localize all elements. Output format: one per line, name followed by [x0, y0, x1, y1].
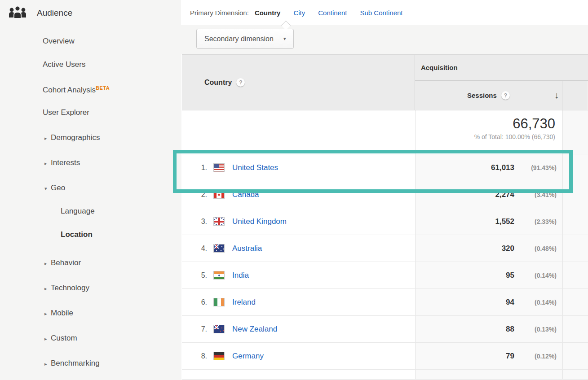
- location-table: Country ? Acquisition Sessions ? ↓ 66,73…: [181, 54, 588, 380]
- sidebar-item-label: Interests: [51, 158, 80, 167]
- row-rank: 5.: [195, 271, 207, 280]
- sessions-value: 95: [506, 271, 514, 280]
- sidebar-item-label: Custom: [51, 334, 77, 342]
- sidebar-item-label: Cohort Analysis: [43, 86, 96, 94]
- table-row: 2. Canada 2,274 (3.41%): [182, 181, 588, 208]
- country-link[interactable]: Canada: [232, 190, 259, 199]
- sessions-percent: (0.12%): [514, 353, 557, 360]
- sidebar-item-label: Location: [61, 230, 93, 239]
- acquisition-group-header: Acquisition: [415, 55, 588, 81]
- table-body: 1. United States 61,013 (91.43%) 2. Cana…: [182, 154, 588, 370]
- sidebar-item-demographics[interactable]: ▸Demographics: [0, 126, 181, 149]
- sidebar-item-label: Demographics: [51, 133, 100, 142]
- triangle-collapsed-icon: ▸: [44, 302, 51, 325]
- country-help-icon[interactable]: ?: [236, 78, 245, 87]
- next-column-header-partial: [562, 81, 588, 110]
- sessions-value: 1,552: [495, 217, 514, 226]
- sidebar-item-label: Active Users: [43, 60, 85, 69]
- country-link[interactable]: Ireland: [232, 298, 256, 307]
- country-link[interactable]: United Kingdom: [232, 217, 287, 226]
- sort-descending-icon[interactable]: ↓: [554, 90, 559, 100]
- sidebar-item-language[interactable]: Language: [0, 200, 181, 223]
- acquisition-header-label: Acquisition: [421, 64, 458, 71]
- sessions-percent: (0.14%): [514, 299, 557, 306]
- acquisition-header-group: Acquisition Sessions ? ↓: [415, 55, 588, 110]
- totals-row: 66,730 % of Total: 100.00% (66,730): [182, 110, 588, 154]
- sidebar: Audience OverviewActive UsersCohort Anal…: [0, 0, 181, 380]
- row-rank: 1.: [195, 164, 207, 172]
- dimension-tab-continent[interactable]: Continent: [318, 9, 347, 17]
- flag-icon-in: [213, 271, 225, 280]
- triangle-expanded-icon: ▾: [44, 177, 51, 200]
- row-rank: 3.: [195, 218, 207, 226]
- sidebar-item-benchmarking[interactable]: ▸Benchmarking: [0, 352, 181, 375]
- country-link[interactable]: New Zealand: [232, 325, 277, 334]
- sidebar-item-mobile[interactable]: ▸Mobile: [0, 301, 181, 325]
- row-rank: 4.: [195, 245, 207, 253]
- primary-dimension-label: Primary Dimension:: [190, 9, 249, 17]
- sessions-value: 79: [506, 352, 514, 361]
- sidebar-item-cohort-analysis[interactable]: Cohort AnalysisBETA: [0, 76, 181, 100]
- flag-icon-au: [213, 244, 225, 253]
- table-row: 8. Germany 79 (0.12%): [182, 343, 588, 370]
- sidebar-item-label: Mobile: [51, 309, 73, 317]
- sidebar-item-location[interactable]: Location: [0, 223, 181, 246]
- row-rank: 7.: [195, 325, 207, 333]
- row-rank: 6.: [195, 298, 207, 306]
- country-link[interactable]: Australia: [232, 244, 262, 253]
- sessions-column-header[interactable]: Sessions ? ↓: [415, 81, 562, 110]
- sessions-percent: (0.13%): [514, 326, 557, 333]
- audience-people-icon: [8, 4, 27, 22]
- triangle-collapsed-icon: ▸: [44, 152, 51, 175]
- table-row: 6. Ireland 94 (0.14%): [182, 289, 588, 316]
- totals-country-cell: [182, 110, 416, 154]
- country-link[interactable]: India: [232, 271, 249, 280]
- dimension-tab-city[interactable]: City: [293, 9, 305, 17]
- country-link[interactable]: United States: [232, 163, 278, 172]
- primary-dimension-bar: Primary Dimension: CountryCityContinentS…: [181, 0, 588, 25]
- sessions-percent: (91.43%): [514, 164, 557, 171]
- totals-sessions-cell: 66,730 % of Total: 100.00% (66,730): [416, 110, 563, 154]
- totals-extra-cell: [563, 110, 588, 154]
- sidebar-item-user-explorer[interactable]: User Explorer: [0, 101, 181, 124]
- table-row: 5. India 95 (0.14%): [182, 262, 588, 289]
- country-column-header[interactable]: Country ?: [182, 55, 415, 110]
- triangle-collapsed-icon: ▸: [44, 352, 51, 376]
- triangle-collapsed-icon: ▸: [44, 252, 51, 275]
- secondary-dimension-button[interactable]: Secondary dimension ▾: [196, 29, 294, 49]
- sessions-help-icon[interactable]: ?: [501, 91, 510, 100]
- sidebar-item-active-users[interactable]: Active Users: [0, 53, 181, 76]
- flag-icon-ca: [213, 190, 225, 199]
- chevron-down-icon: ▾: [283, 36, 286, 42]
- sidebar-section-header[interactable]: Audience: [8, 4, 72, 22]
- sessions-value: 88: [506, 325, 514, 334]
- sidebar-item-custom[interactable]: ▸Custom: [0, 327, 181, 350]
- sessions-value: 94: [506, 298, 514, 307]
- sidebar-item-geo[interactable]: ▾Geo: [0, 176, 181, 200]
- country-link[interactable]: Germany: [232, 352, 264, 361]
- sidebar-item-overview[interactable]: Overview: [0, 30, 181, 53]
- sessions-value: 61,013: [491, 163, 514, 172]
- dimension-tab-country[interactable]: Country: [255, 9, 281, 17]
- sidebar-item-label: Language: [61, 207, 95, 215]
- country-header-label: Country: [204, 79, 232, 87]
- flag-icon-gb: [213, 217, 225, 226]
- sidebar-item-label: Behavior: [51, 258, 81, 267]
- sessions-header-label: Sessions: [467, 92, 497, 99]
- secondary-dimension-label: Secondary dimension: [204, 35, 274, 43]
- sessions-percent: (0.14%): [514, 272, 557, 279]
- sidebar-item-label: User Explorer: [43, 108, 89, 117]
- sidebar-item-interests[interactable]: ▸Interests: [0, 151, 181, 175]
- sidebar-item-technology[interactable]: ▸Technology: [0, 276, 181, 300]
- triangle-collapsed-icon: ▸: [44, 127, 51, 150]
- beta-badge: BETA: [96, 85, 110, 91]
- table-row: 3. United Kingdom 1,552 (2.33%): [182, 208, 588, 235]
- table-row-highlighted: 1. United States 61,013 (91.43%): [182, 154, 588, 181]
- sessions-value: 320: [502, 244, 514, 253]
- table-header: Country ? Acquisition Sessions ? ↓: [182, 54, 588, 110]
- flag-icon-ie: [213, 298, 225, 306]
- dimension-tab-sub-continent[interactable]: Sub Continent: [360, 9, 402, 17]
- sidebar-section-title: Audience: [37, 8, 72, 18]
- sidebar-item-label: Overview: [43, 37, 75, 45]
- sidebar-item-behavior[interactable]: ▸Behavior: [0, 251, 181, 275]
